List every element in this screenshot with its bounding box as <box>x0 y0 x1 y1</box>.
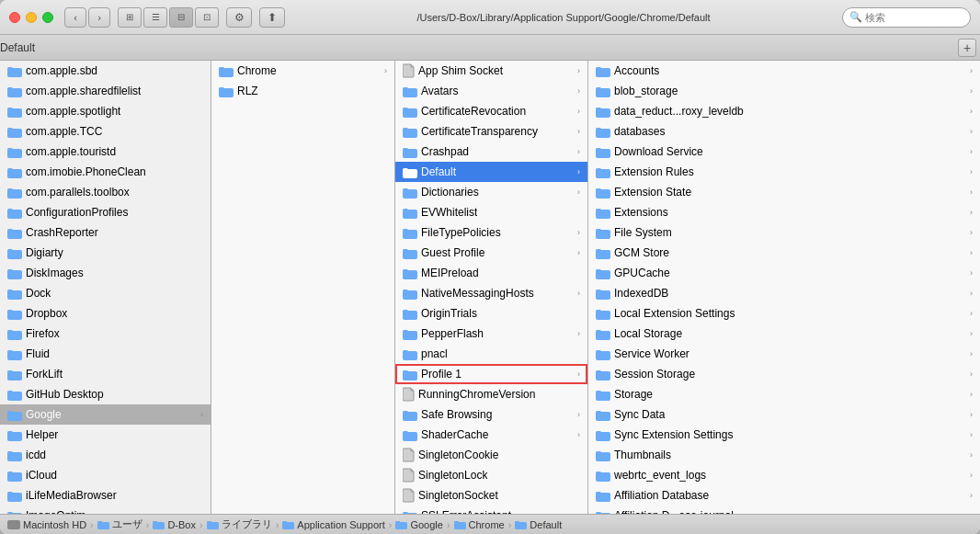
coverflow-view-button[interactable]: ⊡ <box>195 7 219 28</box>
svg-rect-33 <box>7 391 13 393</box>
col3-item[interactable]: Profile 1› <box>395 364 587 384</box>
folder-icon <box>403 227 417 239</box>
svg-rect-146 <box>153 522 165 529</box>
sidebar-item[interactable]: ConfigurationProfiles <box>0 202 211 222</box>
col4-item[interactable]: Storage› <box>588 384 980 404</box>
list-view-button[interactable]: ☰ <box>143 7 167 28</box>
col4-item[interactable]: GCM Store› <box>588 243 980 263</box>
col3-item[interactable]: NativeMessagingHosts› <box>395 283 587 303</box>
col3-item[interactable]: Crashpad› <box>395 142 587 162</box>
item-label: Extension State <box>614 186 691 199</box>
sidebar-item[interactable]: Firefox <box>0 324 211 344</box>
sidebar-item[interactable]: iLifeMediaBrowser <box>0 485 211 506</box>
svg-rect-117 <box>596 249 601 252</box>
breadcrumb-item[interactable]: ライブラリ <box>207 517 272 531</box>
col4-item[interactable]: Thumbnails› <box>588 445 980 465</box>
forward-button[interactable]: › <box>88 7 110 28</box>
sort-button[interactable]: ⚙ <box>226 7 252 28</box>
col3-item[interactable]: Default› <box>395 162 587 182</box>
breadcrumb-item[interactable]: Chrome <box>454 519 505 530</box>
col4-item[interactable]: Accounts› <box>588 61 980 81</box>
col3-item[interactable]: App Shim Socket› <box>395 61 587 81</box>
breadcrumb-item[interactable]: Google <box>395 519 442 530</box>
col3-item[interactable]: PepperFlash› <box>395 324 587 344</box>
col4-item[interactable]: Sync Extension Settings› <box>588 425 980 445</box>
maximize-button[interactable] <box>42 12 53 23</box>
col4-item[interactable]: Extension Rules› <box>588 162 980 182</box>
back-button[interactable]: ‹ <box>64 7 86 28</box>
sidebar-item[interactable]: CrashReporter <box>0 222 211 243</box>
col3-item[interactable]: SingletonCookie <box>395 445 587 465</box>
col3-item[interactable]: CertificateTransparency› <box>395 121 587 142</box>
col3-item[interactable]: Avatars› <box>395 81 587 101</box>
sidebar-item[interactable]: Dock <box>0 283 211 303</box>
column-view-button[interactable]: ⊟ <box>169 7 193 28</box>
col3-item[interactable]: FileTypePolicies› <box>395 222 587 243</box>
col4-item[interactable]: data_reduct...roxy_leveldb› <box>588 101 980 121</box>
breadcrumb-item[interactable]: Default <box>515 519 562 530</box>
col3-item[interactable]: RunningChromeVersion <box>395 384 587 404</box>
svg-rect-103 <box>596 108 601 110</box>
sidebar-item[interactable]: icdd <box>0 445 211 465</box>
col4-item[interactable]: Download Service› <box>588 142 980 162</box>
col3-item[interactable]: CertificateRevocation› <box>395 101 587 121</box>
breadcrumb-label: Google <box>410 519 442 530</box>
sidebar-item[interactable]: ImageOptim <box>0 506 211 514</box>
col4-item[interactable]: Extension State› <box>588 182 980 202</box>
sidebar-item[interactable]: com.apple.spotlight <box>0 101 211 121</box>
col2-item[interactable]: RLZ <box>211 81 394 101</box>
close-button[interactable] <box>9 12 20 23</box>
minimize-button[interactable] <box>26 12 37 23</box>
col3-item[interactable]: Guest Profile› <box>395 243 587 263</box>
col4-item[interactable]: Extensions› <box>588 202 980 222</box>
col3-item[interactable]: pnacl <box>395 344 587 364</box>
sidebar-item[interactable]: Fluid <box>0 344 211 364</box>
col3-item[interactable]: SingletonSocket <box>395 485 587 506</box>
sidebar-item[interactable]: DiskImages <box>0 263 211 283</box>
sidebar-item[interactable]: com.apple.sharedfilelist <box>0 81 211 101</box>
col4-item[interactable]: Service Worker› <box>588 344 980 364</box>
sidebar-item[interactable]: com.parallels.toolbox <box>0 182 211 202</box>
sidebar-item[interactable]: com.imobie.PhoneClean <box>0 162 211 182</box>
col4-item[interactable]: blob_storage› <box>588 81 980 101</box>
breadcrumb-item[interactable]: ユーザ <box>97 517 142 531</box>
breadcrumb-item[interactable]: D-Box <box>153 519 196 530</box>
col4-item[interactable]: Session Storage› <box>588 364 980 384</box>
col4-item[interactable]: Affiliation Database› <box>588 485 980 506</box>
share-button[interactable]: ⬆ <box>259 7 285 28</box>
sidebar-item[interactable]: Dropbox <box>0 303 211 324</box>
icon-view-button[interactable]: ⊞ <box>118 7 142 28</box>
col4-item[interactable]: IndexedDB› <box>588 283 980 303</box>
col4-item[interactable]: File System› <box>588 222 980 243</box>
col4-item[interactable]: Local Extension Settings› <box>588 303 980 324</box>
sidebar-item[interactable]: Digiarty <box>0 243 211 263</box>
col4-item[interactable]: databases› <box>588 121 980 142</box>
col4-item[interactable]: Affiliation D...ase-journal› <box>588 506 980 514</box>
col3-item[interactable]: SSLErrorAssistant› <box>395 506 587 514</box>
col3-item[interactable]: SingletonLock <box>395 465 587 485</box>
breadcrumb-item[interactable]: Macintosh HD <box>7 519 86 530</box>
chevron-icon: › <box>577 147 580 156</box>
col3-item[interactable]: Safe Browsing› <box>395 404 587 425</box>
sidebar-item[interactable]: iCloud <box>0 465 211 485</box>
add-button[interactable]: + <box>958 39 976 57</box>
breadcrumb-separator: › <box>508 519 512 530</box>
col4-item[interactable]: GPUCache› <box>588 263 980 283</box>
sidebar-item[interactable]: Helper <box>0 425 211 445</box>
sidebar-item[interactable]: com.apple.touristd <box>0 142 211 162</box>
col4-item[interactable]: Sync Data› <box>588 404 980 425</box>
sidebar-item[interactable]: Google› <box>0 404 211 425</box>
col4-item[interactable]: Local Storage› <box>588 324 980 344</box>
col3-item[interactable]: ShaderCache› <box>395 425 587 445</box>
col3-item[interactable]: EVWhitelist <box>395 202 587 222</box>
col3-item[interactable]: OriginTrials <box>395 303 587 324</box>
col2-item[interactable]: Chrome› <box>211 61 394 81</box>
col3-item[interactable]: Dictionaries› <box>395 182 587 202</box>
sidebar-item[interactable]: com.apple.TCC <box>0 121 211 142</box>
sidebar-item[interactable]: com.apple.sbd <box>0 61 211 81</box>
col3-item[interactable]: MEIPreload <box>395 263 587 283</box>
col4-item[interactable]: webrtc_event_logs› <box>588 465 980 485</box>
sidebar-item[interactable]: GitHub Desktop <box>0 384 211 404</box>
breadcrumb-item[interactable]: Application Support <box>282 519 384 530</box>
sidebar-item[interactable]: ForkLift <box>0 364 211 384</box>
